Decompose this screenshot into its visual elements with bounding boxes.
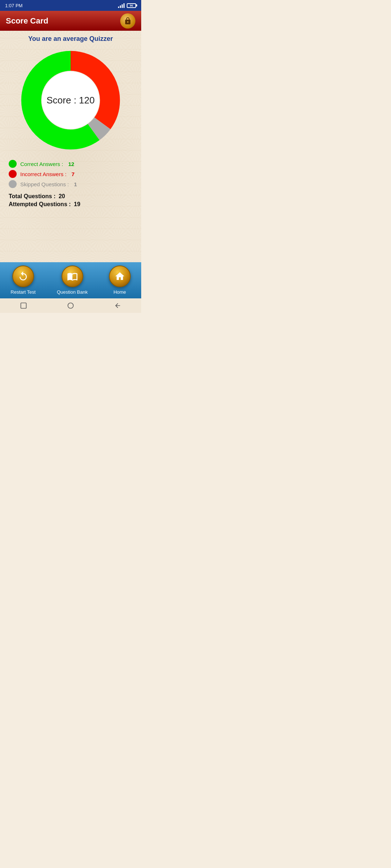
android-back-button[interactable] (114, 302, 122, 310)
main-content: You are an average Quizzer Score : 120 C… (0, 31, 141, 262)
status-time: 1:07 PM (5, 3, 22, 8)
svg-point-1 (68, 303, 73, 309)
status-right: 96 (118, 3, 136, 8)
quiz-result-subtitle: You are an average Quizzer (28, 35, 113, 43)
attempted-questions-label: Attempted Questions : (9, 201, 72, 207)
correct-dot (9, 160, 17, 168)
app-header: Score Card (0, 11, 141, 31)
total-questions-value: 20 (59, 193, 65, 199)
legend-correct: Correct Answers : 12 (9, 160, 133, 168)
android-nav-bar (0, 298, 141, 313)
circle-icon (67, 302, 74, 309)
incorrect-dot (9, 170, 17, 178)
page-title: Score Card (6, 16, 48, 26)
legend-skipped: Skipped Questions : 1 (9, 180, 133, 188)
skipped-value: 1 (74, 181, 77, 187)
chart-legend: Correct Answers : 12 Incorrect Answers :… (6, 160, 135, 190)
svg-rect-0 (21, 303, 26, 309)
attempted-questions-value: 19 (74, 201, 80, 207)
correct-value: 12 (68, 161, 74, 167)
home-icon (114, 271, 125, 282)
android-home-button[interactable] (67, 302, 75, 310)
score-chart: Score : 120 (18, 48, 123, 153)
attempted-questions-row: Attempted Questions : 19 (9, 201, 133, 208)
android-square-button[interactable] (20, 302, 28, 310)
question-bank-icon-circle (62, 265, 83, 287)
incorrect-value: 7 (72, 171, 75, 177)
bottom-navigation: Restart Test Question Bank Home (0, 262, 141, 298)
stats-section: Total Questions : 20 Attempted Questions… (6, 193, 135, 209)
share-icon (124, 17, 132, 25)
question-bank-label: Question Bank (57, 289, 88, 295)
incorrect-label: Incorrect Answers : (20, 171, 67, 177)
restart-icon-circle (12, 265, 34, 287)
donut-chart-svg (18, 48, 123, 153)
question-bank-button[interactable]: Question Bank (57, 265, 88, 295)
home-button[interactable]: Home (109, 265, 131, 295)
question-bank-icon (67, 271, 78, 282)
square-icon (20, 302, 27, 309)
total-questions-row: Total Questions : 20 (9, 193, 133, 200)
status-bar: 1:07 PM 96 (0, 0, 141, 11)
restart-icon (18, 271, 29, 282)
total-questions-label: Total Questions : (9, 193, 57, 199)
skipped-label: Skipped Questions : (20, 181, 69, 187)
chart-center-circle (42, 71, 100, 129)
skipped-dot (9, 180, 17, 188)
signal-icon (118, 3, 125, 8)
home-label: Home (113, 289, 126, 295)
restart-test-button[interactable]: Restart Test (10, 265, 35, 295)
battery-icon: 96 (127, 3, 136, 8)
legend-incorrect: Incorrect Answers : 7 (9, 170, 133, 178)
correct-label: Correct Answers : (20, 161, 63, 167)
home-icon-circle (109, 265, 131, 287)
restart-test-label: Restart Test (10, 289, 35, 295)
share-button[interactable] (120, 13, 135, 29)
back-icon (114, 302, 121, 309)
